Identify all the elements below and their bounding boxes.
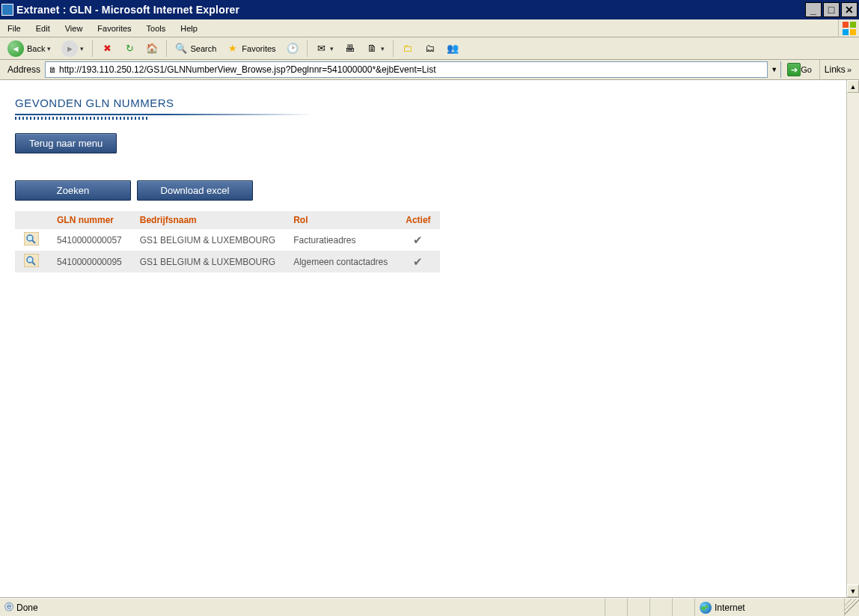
col-gln: GLN nummer: [48, 211, 131, 229]
globe-icon: [700, 602, 712, 614]
col-role: Rol: [284, 211, 397, 229]
heading-underline: [15, 114, 314, 115]
svg-point-8: [27, 257, 33, 263]
search-label: Search: [190, 44, 216, 53]
menu-tools[interactable]: Tools: [139, 22, 174, 35]
address-label: Address: [3, 64, 45, 75]
menu-help[interactable]: Help: [173, 22, 205, 35]
scroll-track[interactable]: [847, 93, 859, 585]
checkmark-icon: ✔: [413, 255, 423, 268]
status-text: Done: [16, 603, 38, 613]
search-submit-button[interactable]: Zoeken: [15, 180, 131, 201]
search-icon: 🔍: [175, 43, 187, 55]
svg-rect-3: [850, 29, 856, 35]
refresh-icon: ↻: [123, 43, 135, 55]
folder-icon: 🗀: [402, 43, 414, 55]
discuss-button[interactable]: 🗀: [397, 40, 418, 58]
menubar: File Edit View Favorites Tools Help: [0, 19, 859, 37]
app-icon: [1, 4, 13, 16]
page-body: GEVONDEN GLN NUMMERS Terug naar menu Zoe…: [0, 80, 859, 289]
status-pane-4: [672, 598, 694, 617]
go-button[interactable]: ➔ Go: [784, 61, 815, 78]
mail-button[interactable]: ✉: [311, 40, 338, 58]
search-button[interactable]: 🔍Search: [171, 40, 221, 58]
cell-company: GS1 BELGIUM & LUXEMBOURG: [131, 229, 284, 251]
history-button[interactable]: 🕑: [282, 40, 303, 58]
addressbar: Address 🗎 ▼ ➔ Go Links: [0, 60, 859, 80]
table-row: 5410000000095 GS1 BELGIUM & LUXEMBOURG A…: [15, 251, 440, 272]
menu-view[interactable]: View: [58, 22, 91, 35]
scroll-down-icon[interactable]: ▼: [847, 585, 859, 597]
titlebar: Extranet : GLN - Microsoft Internet Expl…: [0, 0, 859, 19]
messenger-button[interactable]: 👥: [442, 40, 463, 58]
forward-icon: ►: [61, 40, 78, 57]
windows-logo-icon: [838, 19, 859, 37]
scroll-up-icon[interactable]: ▲: [847, 80, 859, 93]
print-icon: 🖶: [344, 43, 356, 55]
back-to-menu-button[interactable]: Terug naar menu: [15, 133, 117, 153]
page-icon: 🗎: [46, 65, 59, 74]
cell-gln: 5410000000095: [48, 251, 131, 272]
home-icon: 🏠: [146, 43, 158, 55]
menu-favorites[interactable]: Favorites: [90, 22, 138, 35]
results-table: GLN nummer Bedrijfsnaam Rol Actief 54100…: [15, 211, 440, 272]
magnifier-icon[interactable]: [24, 232, 39, 246]
print-button[interactable]: 🖶: [340, 40, 361, 58]
col-active: Actief: [397, 211, 439, 229]
cell-role: Facturatieadres: [284, 229, 397, 251]
ie-icon: ⓔ: [4, 601, 13, 614]
edit-button[interactable]: 🗎: [362, 40, 389, 58]
links-button[interactable]: Links: [819, 60, 856, 80]
history-icon: 🕑: [287, 43, 299, 55]
forward-button[interactable]: ►: [57, 40, 88, 58]
statusbar: ⓔ Done Internet: [0, 597, 859, 616]
table-header-row: GLN nummer Bedrijfsnaam Rol Actief: [15, 211, 440, 229]
col-company: Bedrijfsnaam: [131, 211, 284, 229]
address-dropdown[interactable]: ▼: [767, 61, 780, 78]
menu-edit[interactable]: Edit: [28, 22, 58, 35]
status-pane-1: [605, 598, 627, 617]
cell-gln: 5410000000057: [48, 229, 131, 251]
heading-dots: [15, 117, 150, 120]
resize-grip[interactable]: [844, 598, 859, 617]
download-excel-button[interactable]: Download excel: [137, 180, 253, 201]
go-icon: ➔: [787, 63, 801, 76]
security-zone: Internet: [694, 598, 844, 617]
address-input[interactable]: [59, 63, 767, 76]
favorites-button[interactable]: ★Favorites: [222, 40, 280, 58]
address-field-container: 🗎 ▼: [45, 61, 781, 78]
home-button[interactable]: 🏠: [141, 40, 162, 58]
back-icon: ◄: [7, 40, 24, 57]
window-title: Extranet : GLN - Microsoft Internet Expl…: [16, 4, 804, 16]
cell-company: GS1 BELGIUM & LUXEMBOURG: [131, 251, 284, 272]
minimize-button[interactable]: _: [805, 2, 822, 17]
checkmark-icon: ✔: [413, 234, 423, 246]
svg-rect-1: [850, 22, 856, 28]
back-button[interactable]: ◄ Back: [3, 40, 55, 58]
menu-file[interactable]: File: [0, 22, 28, 35]
content-area: GEVONDEN GLN NUMMERS Terug naar menu Zoe…: [0, 80, 859, 597]
messenger-icon: 👥: [447, 43, 459, 55]
stop-button[interactable]: ✖: [97, 40, 117, 58]
status-pane-2: [627, 598, 649, 617]
svg-point-5: [27, 235, 33, 241]
page-heading: GEVONDEN GLN NUMMERS: [15, 97, 844, 109]
zone-label: Internet: [715, 603, 745, 613]
vertical-scrollbar[interactable]: ▲ ▼: [846, 80, 859, 597]
refresh-button[interactable]: ↻: [119, 40, 140, 58]
star-icon: ★: [227, 43, 239, 55]
back-label: Back: [27, 44, 45, 53]
table-row: 5410000000057 GS1 BELGIUM & LUXEMBOURG F…: [15, 229, 440, 251]
mail-icon: ✉: [316, 43, 328, 55]
svg-rect-2: [843, 29, 849, 35]
toolbar: ◄ Back ► ✖ ↻ 🏠 🔍Search ★Favorites 🕑 ✉ 🖶 …: [0, 37, 859, 60]
go-label: Go: [801, 65, 812, 74]
magnifier-icon[interactable]: [24, 254, 39, 267]
close-button[interactable]: ✕: [841, 2, 858, 17]
research-icon: 🗂: [424, 43, 436, 55]
research-button[interactable]: 🗂: [420, 40, 441, 58]
favorites-label: Favorites: [242, 44, 275, 53]
maximize-button[interactable]: □: [823, 2, 840, 17]
status-pane-3: [649, 598, 672, 617]
cell-role: Algemeen contactadres: [284, 251, 397, 272]
